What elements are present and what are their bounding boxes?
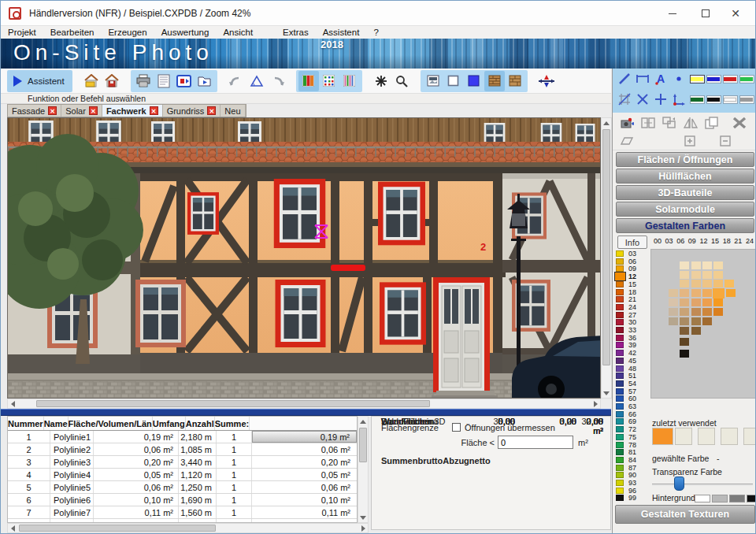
textures-button[interactable]: Gestalten Texturen bbox=[615, 505, 755, 524]
shade-swatch[interactable] bbox=[691, 271, 701, 279]
cell-flaeche[interactable]: 0,05 m² bbox=[94, 469, 179, 480]
hue-row[interactable]: 69 bbox=[616, 417, 636, 425]
star-button[interactable] bbox=[371, 71, 391, 91]
hue-row[interactable]: 18 bbox=[616, 288, 636, 296]
pattern-dots-button[interactable] bbox=[319, 71, 339, 91]
shade-swatch[interactable] bbox=[702, 271, 712, 279]
shade-swatch[interactable] bbox=[702, 299, 712, 306]
category-button[interactable]: Flächen / Öffnungen bbox=[616, 152, 754, 167]
hue-row[interactable]: 30 bbox=[616, 318, 636, 326]
photo-vscrollbar[interactable] bbox=[601, 117, 612, 399]
category-button[interactable]: Gestalten Farben bbox=[616, 218, 754, 233]
hue-swatch[interactable] bbox=[616, 395, 624, 402]
cell-summe[interactable]: 0,19 m² bbox=[252, 431, 357, 443]
save-project-button[interactable] bbox=[102, 71, 122, 91]
shade-swatch[interactable] bbox=[702, 261, 712, 269]
table-vscrollbar[interactable] bbox=[358, 416, 369, 523]
shade-swatch[interactable] bbox=[680, 308, 689, 316]
report-button[interactable] bbox=[154, 71, 174, 91]
shade-swatch[interactable] bbox=[702, 308, 712, 316]
table-scroll-up-icon[interactable] bbox=[360, 420, 366, 424]
cell-name[interactable]: Polylinie1 bbox=[50, 431, 94, 443]
shade-swatch[interactable] bbox=[680, 261, 689, 269]
cell-flaeche[interactable]: 0,06 m² bbox=[94, 481, 179, 493]
hue-row[interactable]: 48 bbox=[616, 365, 636, 373]
hue-swatch[interactable] bbox=[616, 411, 624, 417]
cell-nummer[interactable]: 1 bbox=[8, 431, 50, 443]
tab[interactable]: Solar ✕ bbox=[61, 105, 102, 117]
arrange-tool[interactable] bbox=[658, 113, 680, 132]
shade-swatch[interactable] bbox=[680, 327, 689, 335]
hue-row[interactable]: 75 bbox=[616, 433, 636, 441]
shade-swatch[interactable] bbox=[669, 317, 678, 325]
cell-name[interactable]: Polylinie5 bbox=[50, 481, 94, 493]
shade-swatch[interactable] bbox=[680, 299, 689, 306]
hue-swatch[interactable] bbox=[616, 281, 624, 287]
close-button[interactable]: ✕ bbox=[724, 6, 747, 21]
line-color-black[interactable] bbox=[706, 95, 721, 104]
shade-swatch[interactable] bbox=[691, 280, 701, 287]
hue-swatch[interactable] bbox=[616, 350, 624, 356]
line-color-darkgreen[interactable] bbox=[690, 95, 705, 104]
red-measure-marker[interactable] bbox=[331, 265, 365, 271]
menu-item[interactable]: Bearbeiten bbox=[43, 28, 102, 37]
shade-swatch[interactable] bbox=[691, 261, 701, 269]
hue-swatch[interactable] bbox=[616, 365, 624, 372]
angle-button[interactable] bbox=[246, 71, 267, 91]
hue-row[interactable]: 39 bbox=[616, 341, 636, 349]
line-color-blue[interactable] bbox=[706, 75, 721, 83]
hue-row[interactable]: 96 bbox=[616, 487, 636, 495]
texture-b-button[interactable] bbox=[505, 71, 525, 91]
camera-plus-tool[interactable] bbox=[616, 113, 637, 132]
hue-row[interactable]: 63 bbox=[616, 402, 636, 410]
shade-swatch[interactable] bbox=[713, 261, 723, 269]
cell-umfang[interactable]: 1,085 m bbox=[179, 443, 217, 455]
cell-anzahl[interactable]: 1 bbox=[217, 494, 252, 506]
cell-nummer[interactable]: 5 bbox=[8, 481, 50, 493]
table-row[interactable]: 7 Polylinie7 0,11 m² 1,560 m 1 0,11 m² bbox=[8, 506, 357, 519]
hue-swatch[interactable] bbox=[616, 304, 624, 310]
tab[interactable]: Grundriss ✕ bbox=[163, 105, 221, 117]
shade-swatch[interactable] bbox=[724, 280, 734, 287]
info-button[interactable]: Info bbox=[617, 235, 647, 249]
hue-row[interactable]: 12 bbox=[616, 273, 636, 280]
cell-name[interactable]: Polylinie3 bbox=[50, 456, 94, 468]
line-color-yellow[interactable] bbox=[690, 75, 705, 83]
separator-bar[interactable] bbox=[1, 409, 611, 416]
table-hscrollbar[interactable] bbox=[7, 523, 369, 533]
hue-row[interactable]: 54 bbox=[616, 380, 636, 388]
table-scroll-left-icon[interactable] bbox=[11, 525, 15, 532]
open-project-button[interactable] bbox=[81, 71, 102, 91]
cell-nummer[interactable]: 6 bbox=[8, 494, 50, 506]
point-tool[interactable] bbox=[670, 69, 688, 88]
table-header-cell[interactable]: Anzahl bbox=[186, 417, 215, 430]
shade-swatch[interactable] bbox=[713, 299, 723, 306]
menu-item[interactable]: Extras bbox=[276, 28, 316, 37]
table-hscroll-thumb[interactable] bbox=[19, 525, 216, 532]
table-row[interactable]: 5 Polylinie5 0,06 m² 1,250 m 1 0,06 m² bbox=[8, 481, 357, 494]
crosshair-tool[interactable] bbox=[652, 90, 670, 109]
hue-row[interactable]: 42 bbox=[616, 349, 636, 357]
photo-hscroll-thumb[interactable] bbox=[36, 400, 430, 407]
hue-swatch[interactable] bbox=[616, 495, 624, 501]
cell-umfang[interactable]: 2,180 m bbox=[179, 431, 217, 443]
table-row[interactable]: 2 Polylinie2 0,06 m² 1,085 m 1 0,06 m² bbox=[8, 443, 357, 456]
hue-swatch[interactable] bbox=[616, 250, 624, 257]
hue-swatch[interactable] bbox=[616, 480, 624, 486]
hue-swatch[interactable] bbox=[616, 418, 624, 425]
cell-anzahl[interactable]: 1 bbox=[217, 506, 252, 518]
tab-close-icon[interactable]: ✕ bbox=[207, 106, 216, 115]
pattern-bars-button[interactable] bbox=[298, 71, 319, 91]
shade-swatch[interactable] bbox=[702, 280, 712, 287]
hue-swatch[interactable] bbox=[616, 296, 624, 302]
shade-swatch[interactable] bbox=[680, 317, 689, 325]
delete-tool[interactable] bbox=[728, 113, 750, 132]
cell-name[interactable]: Polylinie4 bbox=[50, 469, 94, 480]
hue-row[interactable]: 60 bbox=[616, 395, 636, 402]
cell-name[interactable]: Polylinie6 bbox=[50, 494, 94, 506]
cell-umfang[interactable]: 3,440 m bbox=[179, 456, 217, 468]
hue-swatch[interactable] bbox=[616, 327, 624, 333]
hue-row[interactable]: 51 bbox=[616, 372, 636, 380]
recent-color-swatch[interactable] bbox=[652, 428, 673, 445]
hue-swatch[interactable] bbox=[616, 449, 624, 455]
